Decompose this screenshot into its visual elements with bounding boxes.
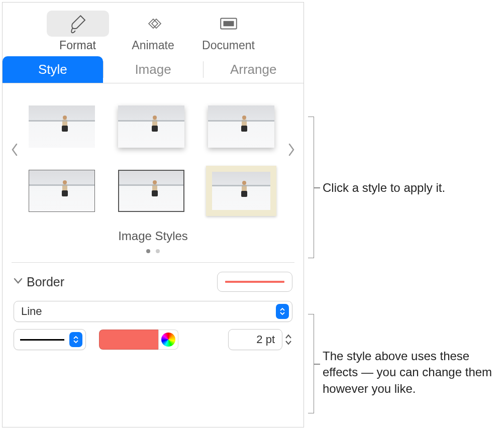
chevron-down-icon bbox=[14, 277, 23, 286]
document-slide-icon bbox=[197, 11, 260, 37]
style-thumbnail-6[interactable] bbox=[206, 168, 276, 214]
style-thumbnail-1[interactable] bbox=[27, 103, 97, 150]
tab-style-label: Style bbox=[38, 62, 67, 77]
border-type-value: Line bbox=[21, 305, 42, 318]
border-header: Border bbox=[14, 272, 292, 292]
page-dot-2[interactable] bbox=[156, 249, 160, 253]
inspector-mode-toolbar: Format Animate Document bbox=[3, 3, 304, 56]
border-width-control: 2 pt bbox=[228, 329, 292, 350]
color-picker-button[interactable] bbox=[158, 330, 178, 350]
select-arrows-icon bbox=[69, 332, 82, 347]
callout-text-2: The style above uses these effects — you… bbox=[323, 348, 498, 397]
inspector-tabs: Style Image Arrange bbox=[3, 56, 304, 83]
styles-next-button[interactable] bbox=[284, 140, 298, 163]
border-section: Border Line bbox=[3, 263, 304, 350]
paintbrush-icon bbox=[47, 11, 109, 37]
style-thumbnail-5[interactable] bbox=[116, 168, 186, 214]
format-mode-button[interactable]: Format bbox=[45, 11, 111, 52]
animate-mode-button[interactable]: Animate bbox=[121, 11, 186, 52]
image-styles-carousel bbox=[3, 83, 304, 219]
select-arrows-icon bbox=[276, 304, 289, 319]
page-dot-1[interactable] bbox=[146, 249, 150, 253]
tab-style[interactable]: Style bbox=[3, 56, 103, 83]
tab-arrange-label: Arrange bbox=[230, 62, 277, 77]
tab-image-label: Image bbox=[135, 62, 171, 77]
styles-prev-button[interactable] bbox=[8, 140, 22, 163]
style-thumbnail-4[interactable] bbox=[27, 168, 97, 214]
color-wheel-icon bbox=[161, 333, 175, 347]
border-style-preset-button[interactable] bbox=[217, 272, 292, 292]
style-thumbnail-3[interactable] bbox=[206, 103, 276, 150]
tab-image[interactable]: Image bbox=[103, 56, 204, 83]
callout-bracket-1 bbox=[308, 117, 314, 258]
callout-leader-1 bbox=[314, 187, 320, 188]
svg-rect-1 bbox=[223, 21, 234, 27]
border-width-stepper[interactable] bbox=[284, 334, 292, 346]
styles-page-dots bbox=[3, 246, 304, 255]
border-preview-line bbox=[225, 281, 284, 283]
document-mode-button[interactable]: Document bbox=[196, 11, 261, 52]
border-color-swatch[interactable] bbox=[99, 330, 158, 350]
document-mode-label: Document bbox=[202, 39, 255, 52]
stepper-up-icon bbox=[284, 334, 292, 340]
border-type-select[interactable]: Line bbox=[14, 301, 292, 322]
callout-bracket-2 bbox=[308, 314, 314, 413]
border-title: Border bbox=[27, 275, 64, 289]
border-width-value: 2 pt bbox=[256, 333, 275, 346]
animate-diamonds-icon bbox=[122, 11, 184, 37]
border-disclosure-toggle[interactable]: Border bbox=[14, 275, 64, 289]
image-styles-label: Image Styles bbox=[3, 229, 304, 243]
callout-text-1: Click a style to apply it. bbox=[323, 180, 445, 196]
chevron-right-icon bbox=[287, 143, 295, 156]
animate-mode-label: Animate bbox=[132, 39, 174, 52]
border-controls-row: 2 pt bbox=[14, 329, 292, 350]
style-thumbnail-2[interactable] bbox=[116, 103, 186, 150]
format-mode-label: Format bbox=[59, 39, 96, 52]
format-inspector-panel: Format Animate Document Style bbox=[2, 2, 304, 427]
line-style-preview bbox=[20, 339, 64, 341]
border-color-control bbox=[99, 329, 178, 350]
chevron-left-icon bbox=[11, 143, 19, 156]
line-style-select[interactable] bbox=[14, 329, 86, 350]
callout-leader-2 bbox=[314, 364, 320, 365]
stepper-down-icon bbox=[284, 340, 292, 346]
border-width-field[interactable]: 2 pt bbox=[228, 329, 282, 350]
tab-arrange[interactable]: Arrange bbox=[203, 56, 304, 83]
styles-grid bbox=[27, 103, 279, 214]
